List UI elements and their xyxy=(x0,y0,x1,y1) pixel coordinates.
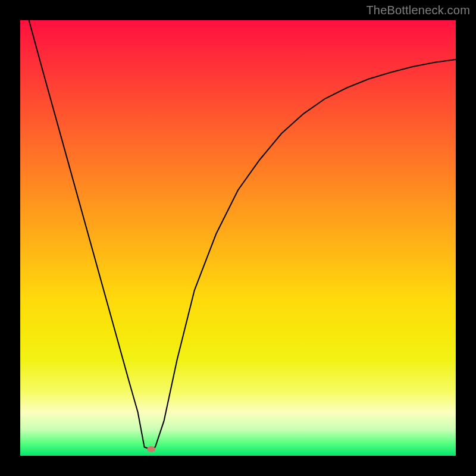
plot-area xyxy=(20,20,456,456)
watermark-text: TheBottleneck.com xyxy=(366,4,470,17)
curve-svg xyxy=(20,20,456,456)
optimal-point-marker xyxy=(147,446,155,452)
chart-frame: TheBottleneck.com xyxy=(0,0,476,476)
bottleneck-curve-path xyxy=(29,20,456,449)
